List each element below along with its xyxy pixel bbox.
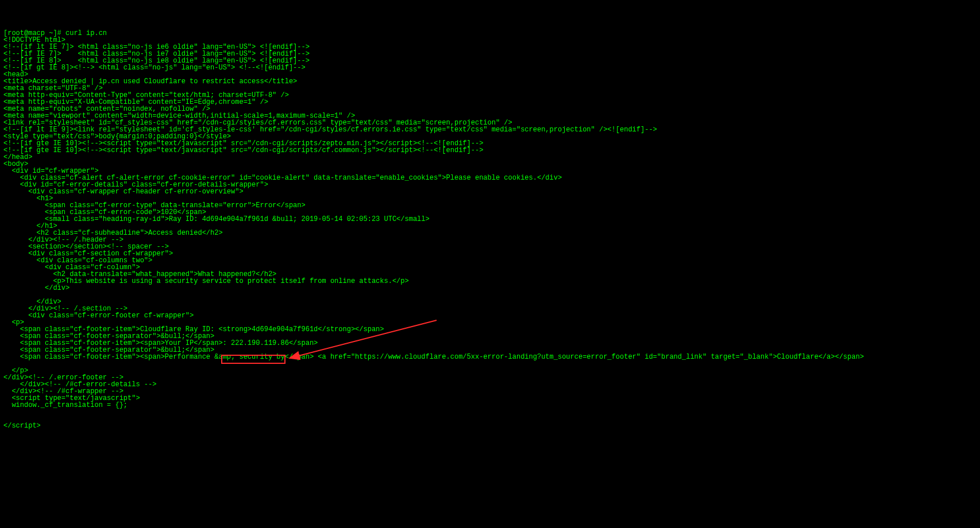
output-line: </div><!-- /#cf-wrapper --> — [3, 388, 977, 395]
output-line: </head> — [3, 154, 977, 161]
output-line: </div> — [3, 298, 977, 305]
output-line: <p>This website is using a security serv… — [3, 278, 977, 285]
output-line: window._cf_translation = {}; — [3, 402, 977, 409]
output-line: <h2 class="cf-subheadline">Access denied… — [3, 230, 977, 236]
output-line: </script> — [3, 422, 977, 429]
output-line — [3, 409, 977, 416]
output-line: </div> — [3, 285, 977, 292]
output-line: <div class="cf-error-footer cf-wrapper"> — [3, 312, 977, 319]
output-line: <script type="text/javascript"> — [3, 395, 977, 402]
output-line: <span class="cf-footer-item"><span>Perfo… — [3, 354, 977, 360]
output-line: <div class="cf-wrapper cf-header cf-erro… — [3, 188, 977, 195]
output-line — [3, 360, 977, 367]
output-line: </p> — [3, 367, 977, 374]
terminal-output: [root@macp ~]# curl ip.cn<!DOCTYPE html>… — [3, 30, 977, 429]
output-line: <div class="cf-columns two"> — [3, 257, 977, 264]
terminal-prompt-line: [root@macp ~]# curl ip.cn — [3, 30, 977, 37]
output-line: <title>Access denied | ip.cn used Cloudf… — [3, 78, 977, 85]
output-line — [3, 416, 977, 422]
response-body: <!DOCTYPE html><!--[if lt IE 7]> <html c… — [3, 37, 977, 429]
output-line — [3, 292, 977, 298]
output-line: <!--[if gte IE 10]><!--><script type="te… — [3, 147, 977, 154]
output-line: <small class="heading-ray-id">Ray ID: 4d… — [3, 216, 977, 223]
output-line: </div><!-- /#cf-error-details --> — [3, 381, 977, 388]
output-line: <!--[if gt IE 8]><!--> <html class="no-j… — [3, 64, 977, 71]
output-line: <body> — [3, 161, 977, 168]
